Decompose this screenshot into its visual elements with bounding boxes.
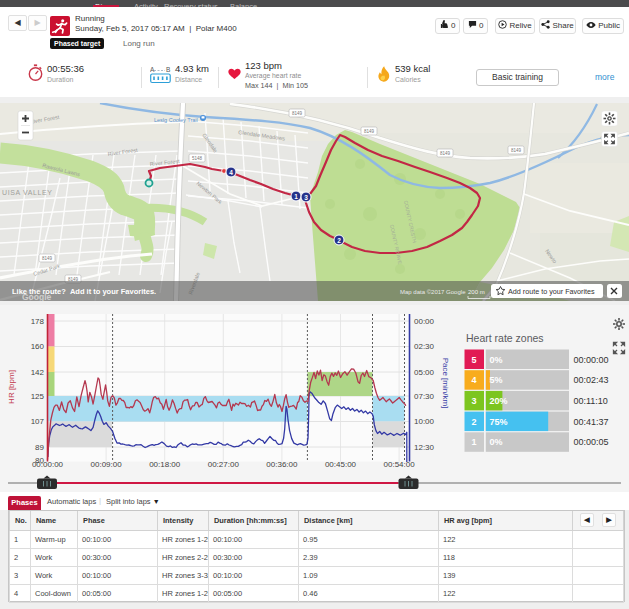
svg-text:Heart rate zones: Heart rate zones <box>466 332 544 344</box>
svg-text:8149: 8149 <box>42 256 53 261</box>
svg-text:178: 178 <box>31 317 45 326</box>
svg-text:0%: 0% <box>490 437 503 447</box>
svg-text:1: 1 <box>294 193 298 200</box>
svg-text:Add route to your Favorites: Add route to your Favorites <box>508 287 595 296</box>
svg-text:B: B <box>166 66 170 73</box>
svg-text:3: 3 <box>304 194 308 201</box>
svg-text:00:02:43: 00:02:43 <box>574 375 609 385</box>
svg-text:02:30: 02:30 <box>414 342 435 351</box>
svg-text:142: 142 <box>31 368 45 377</box>
svg-text:UISA VALLEY: UISA VALLEY <box>2 189 52 196</box>
svg-text:00:09:00: 00:09:00 <box>91 460 123 469</box>
svg-text:07:30: 07:30 <box>414 392 435 401</box>
svg-text:HR [bpm]: HR [bpm] <box>7 370 16 404</box>
svg-text:00:45:00: 00:45:00 <box>325 460 357 469</box>
svg-text:00:36:00: 00:36:00 <box>266 460 298 469</box>
svg-text:00:00:00: 00:00:00 <box>574 355 609 365</box>
svg-text:10:00: 10:00 <box>414 417 435 426</box>
svg-text:00:00:05: 00:00:05 <box>574 437 609 447</box>
svg-text:75%: 75% <box>490 417 508 427</box>
svg-text:05:00: 05:00 <box>414 368 435 377</box>
svg-text:107: 107 <box>31 417 45 426</box>
svg-text:2: 2 <box>471 417 476 427</box>
svg-text:1: 1 <box>471 437 476 447</box>
svg-text:8149: 8149 <box>364 129 375 134</box>
svg-text:125: 125 <box>31 392 45 401</box>
svg-text:200 m: 200 m <box>468 289 485 295</box>
svg-text:8149: 8149 <box>440 151 451 156</box>
svg-text:00:41:37: 00:41:37 <box>574 417 609 427</box>
svg-text:160: 160 <box>31 342 45 351</box>
svg-text:4: 4 <box>229 169 233 176</box>
svg-text:Pace [min/km]: Pace [min/km] <box>441 358 450 409</box>
svg-text:0%: 0% <box>490 355 503 365</box>
svg-text:3: 3 <box>471 396 476 406</box>
svg-text:Map data ©2017 Google: Map data ©2017 Google <box>400 289 466 295</box>
svg-text:Like the route? Add it to you: Like the route? Add it to your Favorites… <box>12 287 156 296</box>
svg-text:89: 89 <box>35 443 44 452</box>
svg-text:00:00:00: 00:00:00 <box>32 460 64 469</box>
svg-text:4: 4 <box>471 375 476 385</box>
svg-text:12:30: 12:30 <box>414 443 435 452</box>
svg-text:5148: 5148 <box>192 156 203 161</box>
svg-text:Leslg Cooley Trail: Leslg Cooley Trail <box>154 117 198 123</box>
svg-text:8149: 8149 <box>511 148 522 153</box>
svg-text:00:11:10: 00:11:10 <box>574 396 608 406</box>
svg-text:A: A <box>150 66 155 73</box>
svg-text:00:27:00: 00:27:00 <box>208 460 240 469</box>
svg-text:00:00: 00:00 <box>414 317 435 326</box>
svg-text:5%: 5% <box>490 375 503 385</box>
svg-text:00:18:00: 00:18:00 <box>149 460 181 469</box>
svg-text:20%: 20% <box>490 396 508 406</box>
svg-text:8149: 8149 <box>292 111 303 116</box>
svg-text:00:54:00: 00:54:00 <box>384 460 416 469</box>
svg-text:5: 5 <box>471 355 476 365</box>
svg-text:2: 2 <box>337 237 341 244</box>
